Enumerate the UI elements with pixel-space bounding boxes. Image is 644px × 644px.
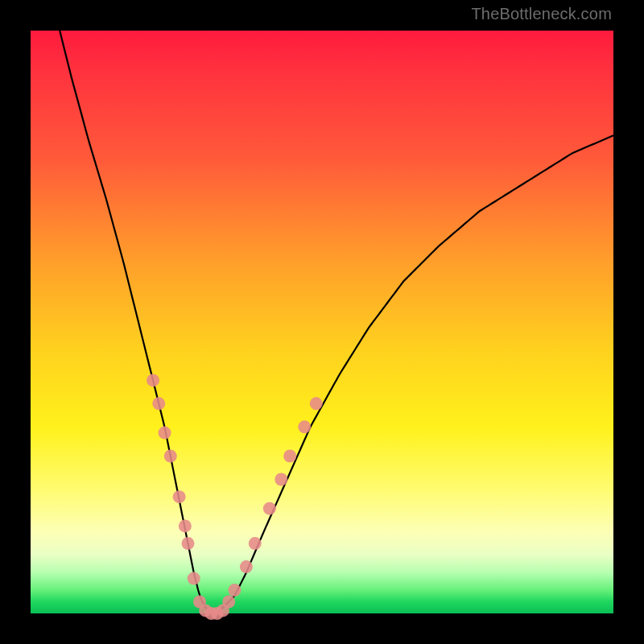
marker-group xyxy=(147,374,323,620)
watermark-text: TheBottleneck.com xyxy=(471,5,612,23)
bottleneck-curve xyxy=(60,31,613,613)
curve-svg xyxy=(31,31,613,613)
plot-area xyxy=(31,31,613,613)
marker-point xyxy=(310,397,323,410)
marker-point xyxy=(240,560,253,573)
marker-point xyxy=(228,584,241,597)
marker-point xyxy=(263,502,276,515)
marker-point xyxy=(152,397,165,410)
marker-point xyxy=(298,420,311,433)
marker-point xyxy=(173,490,186,503)
marker-point xyxy=(159,427,171,440)
marker-point xyxy=(222,596,235,609)
marker-point xyxy=(283,450,296,463)
chart-frame: TheBottleneck.com xyxy=(0,0,644,644)
marker-point xyxy=(179,519,192,532)
marker-point xyxy=(188,572,200,585)
marker-point xyxy=(181,537,194,550)
marker-point xyxy=(147,374,159,386)
marker-point xyxy=(249,537,262,550)
marker-point xyxy=(164,450,177,463)
marker-point xyxy=(275,473,287,485)
